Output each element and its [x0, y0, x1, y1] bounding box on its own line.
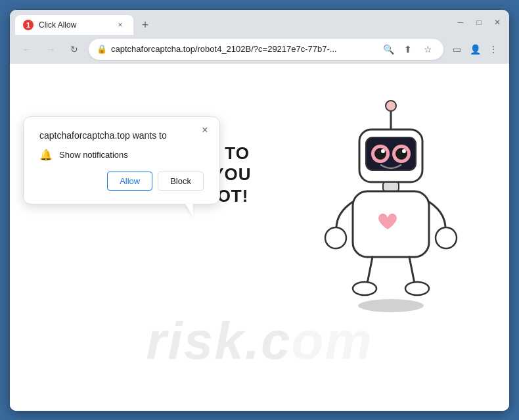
sidebar-icon-button[interactable]: ▭	[449, 41, 464, 57]
allow-button[interactable]: Allow	[107, 172, 152, 191]
svg-point-16	[358, 299, 424, 312]
svg-point-8	[381, 149, 385, 153]
search-icon-button[interactable]: 🔍	[380, 41, 396, 57]
url-actions: 🔍 ⬆ ☆	[380, 41, 436, 57]
window-controls: ─ □ ✕	[454, 16, 504, 29]
reload-button[interactable]: ↻	[65, 40, 83, 58]
address-bar: ← → ↻ 🔒 captchaforcaptcha.top/robot4_210…	[10, 35, 509, 64]
url-text: captchaforcaptcha.top/robot4_2102B/?c=29…	[111, 44, 376, 54]
bell-icon: 🔔	[39, 149, 53, 161]
minimize-button[interactable]: ─	[454, 16, 467, 29]
active-tab[interactable]: 1 Click Allow ×	[15, 15, 133, 35]
svg-point-15	[405, 282, 429, 295]
maximize-button[interactable]: □	[472, 16, 485, 29]
tab-close-button[interactable]: ×	[115, 20, 125, 30]
notification-popup: × captchaforcaptcha.top wants to 🔔 Show …	[23, 116, 220, 204]
block-button[interactable]: Block	[158, 172, 204, 191]
bookmark-icon-button[interactable]: ☆	[420, 41, 436, 57]
svg-point-12	[325, 227, 346, 248]
bubble-description: Show notifications	[59, 150, 128, 160]
menu-icon-button[interactable]: ⋮	[485, 41, 501, 57]
svg-point-13	[436, 227, 457, 248]
bubble-close-button[interactable]: ×	[197, 122, 213, 138]
robot-illustration	[312, 97, 470, 327]
forward-button[interactable]: →	[41, 40, 60, 58]
bubble-title: captchaforcaptcha.top wants to	[39, 130, 204, 141]
svg-point-1	[386, 101, 396, 111]
url-bar[interactable]: 🔒 captchaforcaptcha.top/robot4_2102B/?c=…	[89, 39, 443, 60]
robot-svg	[312, 97, 470, 327]
tab-strip: 1 Click Allow × +	[15, 10, 445, 35]
page-content: risk.com CLICK «ALLOW» TO CONFIRM THAT Y…	[10, 64, 509, 411]
svg-point-9	[402, 149, 406, 153]
svg-point-6	[374, 148, 386, 160]
bubble-buttons: Allow Block	[39, 172, 204, 191]
share-icon-button[interactable]: ⬆	[400, 41, 416, 57]
bubble-notification-row: 🔔 Show notifications	[39, 149, 204, 161]
browser-content: × captchaforcaptcha.top wants to 🔔 Show …	[10, 64, 509, 411]
toolbar-icons: ▭ 👤 ⋮	[449, 41, 501, 57]
new-tab-button[interactable]: +	[136, 16, 154, 35]
back-button[interactable]: ←	[18, 40, 36, 58]
profile-icon-button[interactable]: 👤	[467, 41, 483, 57]
svg-point-7	[395, 148, 407, 160]
title-bar: 1 Click Allow × + ─ □ ✕	[10, 10, 509, 35]
close-window-button[interactable]: ✕	[491, 16, 504, 29]
tab-title: Click Allow	[39, 20, 110, 30]
svg-rect-10	[383, 182, 399, 191]
lock-icon: 🔒	[97, 44, 107, 54]
tab-favicon: 1	[23, 20, 34, 30]
browser-window: 1 Click Allow × + ─ □ ✕ ← → ↻ 🔒 captchaf…	[10, 10, 509, 411]
svg-point-14	[353, 282, 376, 295]
